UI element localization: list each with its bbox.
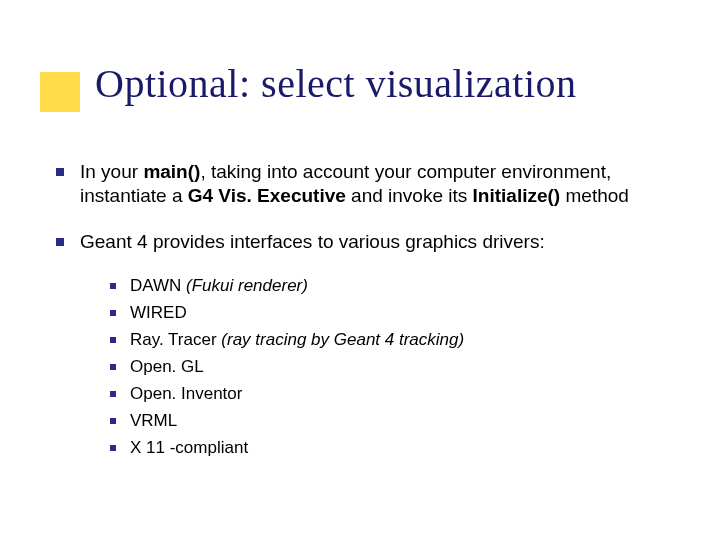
bullet-text: Geant 4 provides interfaces to various g… bbox=[80, 230, 545, 254]
bullet-item: Geant 4 provides interfaces to various g… bbox=[56, 230, 676, 254]
slide-title: Optional: select visualization bbox=[95, 60, 577, 107]
list-item: Ray. Tracer (ray tracing by Geant 4 trac… bbox=[110, 329, 676, 352]
list-item: Open. Inventor bbox=[110, 383, 676, 406]
slide-body: In your main(), taking into account your… bbox=[56, 160, 676, 464]
bullet-icon bbox=[110, 310, 116, 316]
list-item: X 11 -compliant bbox=[110, 437, 676, 460]
bullet-icon bbox=[110, 364, 116, 370]
driver-list: DAWN (Fukui renderer) WIRED Ray. Tracer … bbox=[110, 275, 676, 460]
bullet-icon bbox=[110, 418, 116, 424]
list-item: DAWN (Fukui renderer) bbox=[110, 275, 676, 298]
bullet-icon bbox=[56, 168, 64, 176]
bullet-icon bbox=[56, 238, 64, 246]
list-item: WIRED bbox=[110, 302, 676, 325]
list-item: Open. GL bbox=[110, 356, 676, 379]
bullet-icon bbox=[110, 445, 116, 451]
accent-square bbox=[40, 72, 80, 112]
list-item: VRML bbox=[110, 410, 676, 433]
bullet-text: In your main(), taking into account your… bbox=[80, 160, 676, 208]
bullet-icon bbox=[110, 283, 116, 289]
bullet-icon bbox=[110, 337, 116, 343]
bullet-icon bbox=[110, 391, 116, 397]
bullet-item: In your main(), taking into account your… bbox=[56, 160, 676, 208]
